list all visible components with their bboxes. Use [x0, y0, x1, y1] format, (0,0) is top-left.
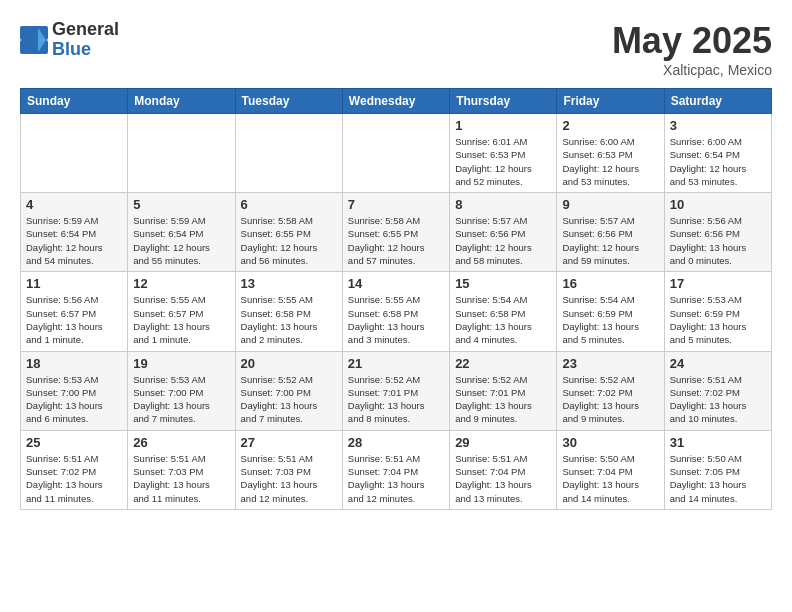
day-info: Sunrise: 5:56 AM Sunset: 6:57 PM Dayligh… [26, 293, 122, 346]
day-number: 18 [26, 356, 122, 371]
day-number: 30 [562, 435, 658, 450]
calendar-table: SundayMondayTuesdayWednesdayThursdayFrid… [20, 88, 772, 510]
calendar-cell: 17Sunrise: 5:53 AM Sunset: 6:59 PM Dayli… [664, 272, 771, 351]
day-info: Sunrise: 5:58 AM Sunset: 6:55 PM Dayligh… [348, 214, 444, 267]
calendar-cell: 23Sunrise: 5:52 AM Sunset: 7:02 PM Dayli… [557, 351, 664, 430]
day-info: Sunrise: 5:51 AM Sunset: 7:04 PM Dayligh… [455, 452, 551, 505]
day-info: Sunrise: 5:59 AM Sunset: 6:54 PM Dayligh… [26, 214, 122, 267]
calendar-cell: 27Sunrise: 5:51 AM Sunset: 7:03 PM Dayli… [235, 430, 342, 509]
day-info: Sunrise: 5:56 AM Sunset: 6:56 PM Dayligh… [670, 214, 766, 267]
day-info: Sunrise: 5:52 AM Sunset: 7:02 PM Dayligh… [562, 373, 658, 426]
day-info: Sunrise: 6:01 AM Sunset: 6:53 PM Dayligh… [455, 135, 551, 188]
title-block: May 2025 Xalticpac, Mexico [612, 20, 772, 78]
calendar-cell: 16Sunrise: 5:54 AM Sunset: 6:59 PM Dayli… [557, 272, 664, 351]
weekday-header-thursday: Thursday [450, 89, 557, 114]
calendar-cell: 19Sunrise: 5:53 AM Sunset: 7:00 PM Dayli… [128, 351, 235, 430]
day-info: Sunrise: 5:53 AM Sunset: 7:00 PM Dayligh… [133, 373, 229, 426]
day-number: 29 [455, 435, 551, 450]
calendar-cell [342, 114, 449, 193]
day-info: Sunrise: 5:52 AM Sunset: 7:01 PM Dayligh… [348, 373, 444, 426]
day-info: Sunrise: 5:53 AM Sunset: 7:00 PM Dayligh… [26, 373, 122, 426]
day-info: Sunrise: 5:54 AM Sunset: 6:58 PM Dayligh… [455, 293, 551, 346]
day-info: Sunrise: 6:00 AM Sunset: 6:53 PM Dayligh… [562, 135, 658, 188]
logo-icon [20, 26, 48, 54]
calendar-cell: 2Sunrise: 6:00 AM Sunset: 6:53 PM Daylig… [557, 114, 664, 193]
day-number: 6 [241, 197, 337, 212]
day-info: Sunrise: 5:58 AM Sunset: 6:55 PM Dayligh… [241, 214, 337, 267]
day-info: Sunrise: 5:52 AM Sunset: 7:01 PM Dayligh… [455, 373, 551, 426]
day-number: 17 [670, 276, 766, 291]
day-number: 1 [455, 118, 551, 133]
weekday-header-wednesday: Wednesday [342, 89, 449, 114]
calendar-cell: 7Sunrise: 5:58 AM Sunset: 6:55 PM Daylig… [342, 193, 449, 272]
calendar-location: Xalticpac, Mexico [612, 62, 772, 78]
calendar-cell: 25Sunrise: 5:51 AM Sunset: 7:02 PM Dayli… [21, 430, 128, 509]
day-info: Sunrise: 5:51 AM Sunset: 7:04 PM Dayligh… [348, 452, 444, 505]
day-info: Sunrise: 5:57 AM Sunset: 6:56 PM Dayligh… [562, 214, 658, 267]
day-number: 27 [241, 435, 337, 450]
weekday-header-monday: Monday [128, 89, 235, 114]
day-info: Sunrise: 5:53 AM Sunset: 6:59 PM Dayligh… [670, 293, 766, 346]
calendar-cell: 6Sunrise: 5:58 AM Sunset: 6:55 PM Daylig… [235, 193, 342, 272]
calendar-cell: 13Sunrise: 5:55 AM Sunset: 6:58 PM Dayli… [235, 272, 342, 351]
day-number: 13 [241, 276, 337, 291]
day-info: Sunrise: 5:51 AM Sunset: 7:02 PM Dayligh… [26, 452, 122, 505]
day-info: Sunrise: 5:59 AM Sunset: 6:54 PM Dayligh… [133, 214, 229, 267]
day-info: Sunrise: 5:54 AM Sunset: 6:59 PM Dayligh… [562, 293, 658, 346]
calendar-week-2: 4Sunrise: 5:59 AM Sunset: 6:54 PM Daylig… [21, 193, 772, 272]
day-number: 4 [26, 197, 122, 212]
logo: General Blue [20, 20, 119, 60]
weekday-header-tuesday: Tuesday [235, 89, 342, 114]
day-number: 9 [562, 197, 658, 212]
weekday-header-saturday: Saturday [664, 89, 771, 114]
day-number: 15 [455, 276, 551, 291]
day-info: Sunrise: 5:50 AM Sunset: 7:05 PM Dayligh… [670, 452, 766, 505]
day-number: 5 [133, 197, 229, 212]
day-info: Sunrise: 5:55 AM Sunset: 6:58 PM Dayligh… [348, 293, 444, 346]
logo-blue-text: Blue [52, 40, 119, 60]
day-number: 2 [562, 118, 658, 133]
calendar-cell: 20Sunrise: 5:52 AM Sunset: 7:00 PM Dayli… [235, 351, 342, 430]
calendar-cell [235, 114, 342, 193]
day-info: Sunrise: 5:51 AM Sunset: 7:03 PM Dayligh… [133, 452, 229, 505]
day-info: Sunrise: 6:00 AM Sunset: 6:54 PM Dayligh… [670, 135, 766, 188]
day-info: Sunrise: 5:51 AM Sunset: 7:03 PM Dayligh… [241, 452, 337, 505]
calendar-cell: 26Sunrise: 5:51 AM Sunset: 7:03 PM Dayli… [128, 430, 235, 509]
calendar-week-1: 1Sunrise: 6:01 AM Sunset: 6:53 PM Daylig… [21, 114, 772, 193]
day-info: Sunrise: 5:50 AM Sunset: 7:04 PM Dayligh… [562, 452, 658, 505]
day-number: 28 [348, 435, 444, 450]
calendar-cell: 14Sunrise: 5:55 AM Sunset: 6:58 PM Dayli… [342, 272, 449, 351]
calendar-cell: 15Sunrise: 5:54 AM Sunset: 6:58 PM Dayli… [450, 272, 557, 351]
weekday-header-sunday: Sunday [21, 89, 128, 114]
day-info: Sunrise: 5:52 AM Sunset: 7:00 PM Dayligh… [241, 373, 337, 426]
day-info: Sunrise: 5:57 AM Sunset: 6:56 PM Dayligh… [455, 214, 551, 267]
day-number: 21 [348, 356, 444, 371]
calendar-cell: 4Sunrise: 5:59 AM Sunset: 6:54 PM Daylig… [21, 193, 128, 272]
weekday-header-row: SundayMondayTuesdayWednesdayThursdayFrid… [21, 89, 772, 114]
calendar-cell: 31Sunrise: 5:50 AM Sunset: 7:05 PM Dayli… [664, 430, 771, 509]
day-number: 7 [348, 197, 444, 212]
day-info: Sunrise: 5:51 AM Sunset: 7:02 PM Dayligh… [670, 373, 766, 426]
calendar-cell: 9Sunrise: 5:57 AM Sunset: 6:56 PM Daylig… [557, 193, 664, 272]
calendar-week-5: 25Sunrise: 5:51 AM Sunset: 7:02 PM Dayli… [21, 430, 772, 509]
day-number: 22 [455, 356, 551, 371]
day-number: 20 [241, 356, 337, 371]
calendar-cell: 24Sunrise: 5:51 AM Sunset: 7:02 PM Dayli… [664, 351, 771, 430]
day-number: 3 [670, 118, 766, 133]
day-number: 14 [348, 276, 444, 291]
day-number: 10 [670, 197, 766, 212]
calendar-title: May 2025 [612, 20, 772, 62]
day-number: 24 [670, 356, 766, 371]
calendar-cell: 21Sunrise: 5:52 AM Sunset: 7:01 PM Dayli… [342, 351, 449, 430]
day-info: Sunrise: 5:55 AM Sunset: 6:58 PM Dayligh… [241, 293, 337, 346]
calendar-cell: 11Sunrise: 5:56 AM Sunset: 6:57 PM Dayli… [21, 272, 128, 351]
calendar-cell: 28Sunrise: 5:51 AM Sunset: 7:04 PM Dayli… [342, 430, 449, 509]
calendar-cell: 22Sunrise: 5:52 AM Sunset: 7:01 PM Dayli… [450, 351, 557, 430]
day-number: 23 [562, 356, 658, 371]
calendar-cell: 8Sunrise: 5:57 AM Sunset: 6:56 PM Daylig… [450, 193, 557, 272]
calendar-cell: 3Sunrise: 6:00 AM Sunset: 6:54 PM Daylig… [664, 114, 771, 193]
day-number: 12 [133, 276, 229, 291]
day-number: 16 [562, 276, 658, 291]
calendar-cell: 5Sunrise: 5:59 AM Sunset: 6:54 PM Daylig… [128, 193, 235, 272]
day-number: 26 [133, 435, 229, 450]
